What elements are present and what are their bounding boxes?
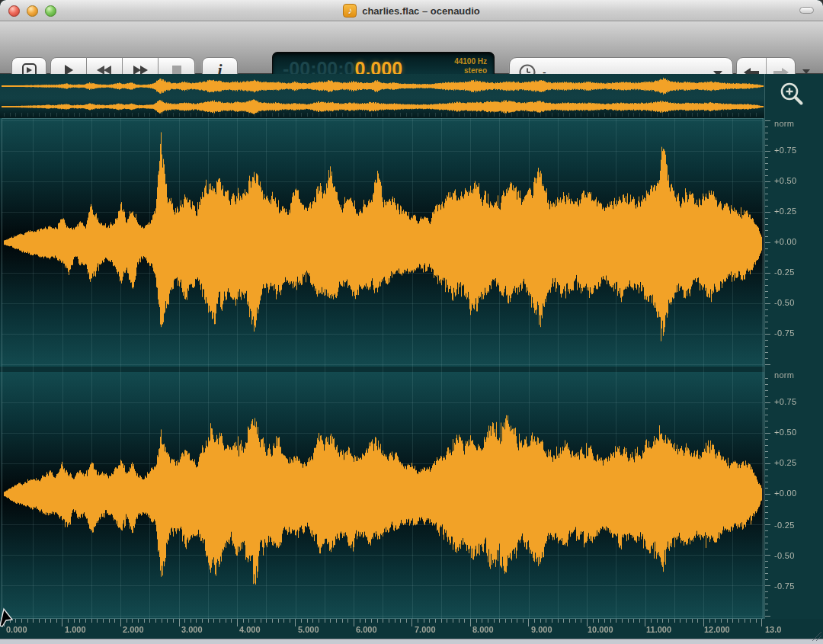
ch2-amp-label: -0.75 bbox=[774, 582, 795, 591]
document-music-icon: ♪ bbox=[343, 4, 357, 18]
sample-rate-readout: 44100 Hz stereo bbox=[454, 57, 487, 75]
ch2-amp-label: +0.50 bbox=[774, 428, 796, 437]
ch2-amp-label: +0.75 bbox=[774, 397, 796, 406]
ch1-amp-label: -0.50 bbox=[774, 298, 795, 307]
time-tick-label: 3.000 bbox=[181, 625, 203, 634]
ch2-amp-label: +0.00 bbox=[774, 489, 796, 498]
ch1-amp-label: -0.25 bbox=[774, 268, 795, 277]
ch2-amp-label: +0.25 bbox=[774, 458, 796, 467]
time-tick-label: 12.000 bbox=[704, 625, 730, 634]
time-tick-label: 4.000 bbox=[239, 625, 261, 634]
ch1-norm-label: norm bbox=[774, 119, 794, 128]
time-tick-label: 6.000 bbox=[356, 625, 377, 634]
window-title: charlies.flac – ocenaudio bbox=[362, 5, 480, 17]
time-tick-label: 5.000 bbox=[298, 625, 319, 634]
title-bar: ♪ charlies.flac – ocenaudio bbox=[0, 0, 823, 21]
ch1-amp-label: +0.75 bbox=[774, 146, 796, 155]
ch2-amp-label: -0.25 bbox=[774, 521, 795, 530]
ch2-amp-label: -0.50 bbox=[774, 551, 795, 560]
toolbar: i -00:00:00.000 hr min sec 44100 Hz ster… bbox=[0, 21, 823, 74]
app-window: ♪ charlies.flac – ocenaudio i -00:00: bbox=[0, 0, 823, 644]
time-tick-label: 13.0 bbox=[765, 625, 781, 634]
toolbar-toggle-button[interactable] bbox=[799, 7, 814, 14]
mouse-cursor bbox=[0, 603, 17, 636]
time-tick-label: 10.000 bbox=[588, 625, 613, 634]
time-tick-label: 2.000 bbox=[123, 625, 144, 634]
waveform-view: norm +0.75 +0.50 +0.25 +0.00 -0.25 -0.50… bbox=[0, 74, 823, 644]
time-tick-label: 11.000 bbox=[646, 625, 671, 634]
sample-rate-value: 44100 Hz bbox=[454, 57, 487, 66]
time-tick-label: 1.000 bbox=[65, 625, 86, 634]
ch2-norm-label: norm bbox=[774, 370, 794, 380]
zoom-tool-icon[interactable] bbox=[778, 81, 807, 110]
ch1-amp-label: -0.75 bbox=[774, 328, 795, 338]
time-tick-label: 8.000 bbox=[472, 625, 494, 634]
ch1-amp-label: +0.00 bbox=[774, 237, 796, 246]
time-tick-label: 9.000 bbox=[531, 625, 552, 634]
waveform-canvas[interactable] bbox=[0, 74, 823, 644]
time-tick-label: 7.000 bbox=[415, 625, 436, 634]
ch1-amp-label: +0.50 bbox=[774, 176, 796, 185]
ch1-amp-label: +0.25 bbox=[774, 207, 796, 216]
